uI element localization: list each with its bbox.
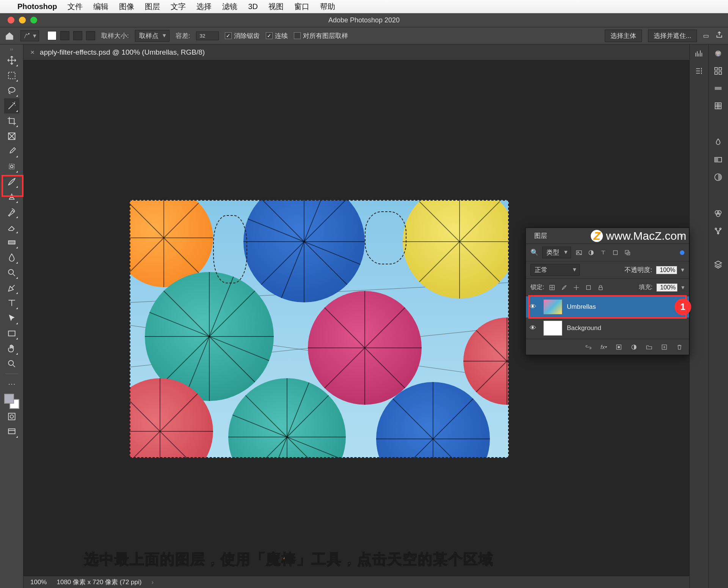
panel-options-icon[interactable]: ▭ — [703, 32, 709, 40]
patterns-panel-icon[interactable] — [713, 101, 723, 110]
paths-panel-icon[interactable] — [713, 226, 723, 236]
histogram-icon[interactable] — [694, 49, 704, 58]
lock-artboard-icon[interactable] — [584, 283, 593, 292]
hand-tool[interactable] — [4, 341, 19, 356]
menu-type[interactable]: 文字 — [171, 2, 186, 12]
menu-help[interactable]: 帮助 — [320, 2, 335, 12]
current-tool-preset[interactable]: ▾ — [20, 30, 39, 41]
blur-tool[interactable] — [4, 250, 19, 265]
gradient-tool[interactable] — [4, 235, 19, 250]
lasso-tool[interactable] — [4, 83, 19, 98]
opacity-chevron-icon[interactable]: ▾ — [681, 266, 684, 274]
layer-name[interactable]: Umbrellas — [567, 303, 596, 311]
filter-smart-icon[interactable] — [623, 248, 632, 257]
layers-tab[interactable]: 图层 — [531, 228, 550, 244]
zoom-tool[interactable] — [4, 356, 19, 371]
layer-umbrellas[interactable]: 👁 Umbrellas — [526, 296, 689, 318]
share-icon[interactable] — [715, 31, 723, 41]
menu-file[interactable]: 文件 — [67, 2, 83, 12]
antialias-checkbox[interactable]: ✓消除锯齿 — [225, 31, 260, 40]
layer-fx-icon[interactable]: fx▾ — [599, 343, 608, 351]
libraries-icon[interactable] — [713, 138, 723, 147]
crop-tool[interactable] — [4, 113, 19, 129]
filter-image-icon[interactable] — [575, 248, 583, 257]
adjustments-panel-icon[interactable] — [713, 155, 723, 164]
sample-icon-3[interactable] — [73, 31, 82, 40]
all-layers-checkbox[interactable]: 对所有图层取样 — [294, 31, 348, 40]
menu-image[interactable]: 图像 — [119, 2, 134, 12]
home-icon[interactable] — [5, 31, 14, 40]
swatches-panel-icon[interactable] — [713, 66, 723, 75]
layer-mask-icon[interactable] — [615, 343, 623, 351]
clone-stamp-tool[interactable] — [4, 189, 19, 204]
magic-wand-tool[interactable] — [4, 98, 19, 113]
edit-toolbar-icon[interactable]: ⋯ — [4, 376, 19, 391]
dodge-tool[interactable] — [4, 265, 19, 280]
layer-name[interactable]: Background — [567, 324, 601, 332]
close-icon[interactable] — [8, 17, 14, 24]
menu-edit[interactable]: 编辑 — [93, 2, 108, 12]
fill-input[interactable] — [656, 283, 678, 292]
new-layer-icon[interactable] — [660, 343, 668, 351]
tolerance-input[interactable] — [196, 31, 219, 40]
layer-thumbnail[interactable] — [543, 321, 562, 336]
menu-window[interactable]: 窗口 — [294, 2, 309, 12]
filter-toggle-icon[interactable] — [680, 250, 684, 255]
link-layers-icon[interactable] — [584, 343, 593, 351]
menu-select[interactable]: 选择 — [196, 2, 212, 12]
group-layers-icon[interactable] — [645, 343, 653, 351]
filter-adjust-icon[interactable] — [587, 248, 595, 257]
properties-icon[interactable] — [694, 66, 704, 75]
blend-mode-select[interactable]: 正常 — [530, 264, 580, 276]
layer-background[interactable]: 👁 Background — [526, 318, 689, 339]
history-brush-tool[interactable] — [4, 204, 19, 220]
filter-shape-icon[interactable] — [611, 248, 620, 257]
minimize-icon[interactable] — [19, 17, 26, 24]
foreground-background-colors[interactable] — [4, 394, 19, 409]
opacity-input[interactable] — [656, 266, 677, 274]
close-tab-icon[interactable]: × — [30, 48, 35, 57]
gradients-panel-icon[interactable] — [713, 84, 723, 93]
zoom-level[interactable]: 100% — [30, 579, 47, 586]
visibility-icon[interactable]: 👁 — [530, 324, 539, 332]
screen-mode-icon[interactable] — [4, 424, 19, 439]
sample-icon-2[interactable] — [60, 31, 69, 40]
quick-mask-icon[interactable] — [4, 409, 19, 424]
eraser-tool[interactable] — [4, 220, 19, 235]
select-and-mask-button[interactable]: 选择并遮住... — [648, 30, 697, 42]
adjustment-layer-icon[interactable] — [630, 343, 638, 351]
lock-paint-icon[interactable] — [560, 283, 568, 292]
layer-filter-type[interactable]: 类型 — [542, 247, 571, 258]
contiguous-checkbox[interactable]: ✓连续 — [266, 31, 288, 40]
canvas-image[interactable] — [130, 200, 509, 458]
channels-panel-icon[interactable] — [713, 209, 723, 218]
delete-layer-icon[interactable] — [675, 343, 684, 351]
eyedropper-tool[interactable] — [4, 144, 19, 159]
menu-view[interactable]: 视图 — [268, 2, 284, 12]
marquee-tool[interactable] — [4, 68, 19, 83]
sample-icon-4[interactable] — [86, 31, 95, 40]
sample-size-select[interactable]: 取样点 — [135, 30, 169, 42]
brush-tool[interactable] — [4, 174, 19, 189]
toolbar-grip-icon[interactable]: ›› — [10, 47, 13, 53]
app-name[interactable]: Photoshop — [17, 2, 57, 11]
menu-filter[interactable]: 滤镜 — [222, 2, 237, 12]
menu-3d[interactable]: 3D — [248, 2, 258, 11]
doc-dimensions[interactable]: 1080 像素 x 720 像素 (72 ppi) — [56, 578, 141, 586]
lock-position-icon[interactable] — [572, 283, 581, 292]
search-icon[interactable]: 🔍 — [530, 248, 538, 256]
sample-point-icon[interactable] — [47, 31, 56, 40]
pen-tool[interactable] — [4, 280, 19, 296]
rectangle-tool[interactable] — [4, 326, 19, 341]
type-tool[interactable] — [4, 296, 19, 311]
visibility-icon[interactable]: 👁 — [530, 303, 539, 311]
healing-brush-tool[interactable] — [4, 159, 19, 174]
styles-panel-icon[interactable] — [713, 173, 723, 182]
frame-tool[interactable] — [4, 129, 19, 144]
layer-thumbnail[interactable] — [543, 299, 562, 314]
color-panel-icon[interactable] — [713, 49, 723, 58]
move-tool[interactable] — [4, 53, 19, 68]
lock-transparency-icon[interactable] — [548, 283, 556, 292]
menu-layer[interactable]: 图层 — [145, 2, 160, 12]
status-chevron-icon[interactable]: › — [151, 579, 154, 586]
